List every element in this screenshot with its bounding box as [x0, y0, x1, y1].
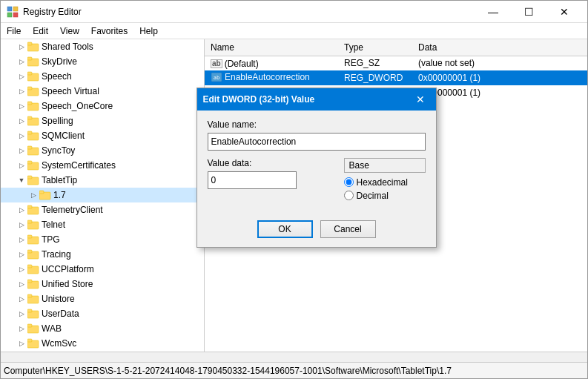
dialog-body: Value name: Value data: Base Hexadecimal: [197, 111, 436, 213]
decimal-label: Decimal: [357, 191, 389, 201]
modal-overlay: Edit DWORD (32-bit) Value ✕ Value name: …: [0, 0, 588, 379]
dialog-title: Edit DWORD (32-bit) Value: [203, 94, 411, 105]
radio-hexadecimal[interactable]: Hexadecimal: [344, 177, 426, 188]
radio-decimal[interactable]: Decimal: [344, 191, 426, 201]
edit-dword-dialog: Edit DWORD (32-bit) Value ✕ Value name: …: [196, 88, 437, 248]
dialog-title-bar: Edit DWORD (32-bit) Value ✕: [197, 88, 436, 111]
base-section: Base Hexadecimal Decimal: [344, 158, 426, 204]
value-data-section: Value data:: [208, 158, 337, 197]
dialog-buttons: OK Cancel: [197, 213, 436, 247]
base-title: Base: [344, 158, 426, 173]
value-name-input[interactable]: [208, 133, 426, 151]
value-name-label: Value name:: [208, 119, 426, 130]
decimal-radio[interactable]: [344, 191, 354, 200]
dialog-close-button[interactable]: ✕: [411, 90, 430, 108]
cancel-button[interactable]: Cancel: [320, 220, 376, 238]
value-data-base-row: Value data: Base Hexadecimal Decimal: [208, 158, 426, 204]
ok-button[interactable]: OK: [257, 220, 313, 238]
hexadecimal-radio[interactable]: [344, 177, 354, 187]
hexadecimal-label: Hexadecimal: [357, 177, 408, 188]
value-data-label: Value data:: [208, 158, 337, 168]
value-data-input[interactable]: [208, 171, 297, 189]
